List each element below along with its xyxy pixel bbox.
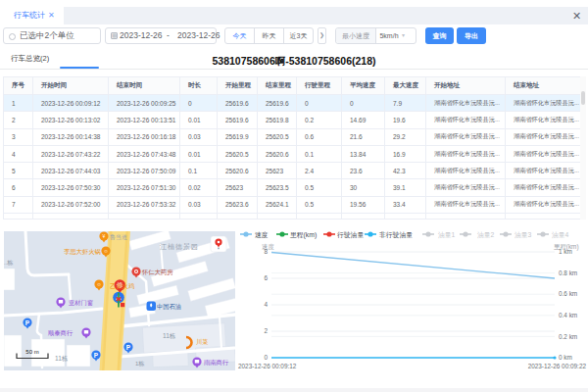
svg-text:油量4: 油量4: [552, 231, 569, 239]
svg-text:油量3: 油量3: [514, 231, 532, 239]
svg-text:¥: ¥: [103, 233, 106, 239]
svg-text:非行驶油量: 非行驶油量: [379, 231, 413, 239]
svg-text:0.8 km: 0.8 km: [559, 270, 577, 276]
svg-text:4: 4: [264, 301, 268, 308]
svg-text:里程(km): 里程(km): [290, 231, 317, 239]
svg-text:0.6 km: 0.6 km: [559, 290, 577, 297]
svg-text:☺: ☺: [96, 281, 101, 287]
svg-text:P: P: [94, 352, 99, 359]
svg-text:P: P: [25, 319, 30, 326]
svg-text:油量2: 油量2: [477, 231, 495, 239]
svg-text:2: 2: [264, 327, 268, 334]
svg-text:速度: 速度: [255, 231, 269, 239]
svg-text:油量1: 油量1: [438, 231, 456, 239]
svg-text:8: 8: [264, 248, 268, 255]
svg-text:0.4 km: 0.4 km: [559, 312, 577, 318]
svg-text:P: P: [126, 344, 131, 351]
svg-text:☺: ☺: [103, 248, 108, 254]
svg-text:0 km: 0 km: [559, 354, 572, 361]
svg-text:6: 6: [264, 274, 268, 281]
svg-text:0: 0: [264, 354, 268, 361]
svg-text:2023-12-26 00:09:22: 2023-12-26 00:09:22: [528, 363, 587, 369]
svg-text:0.2 km: 0.2 km: [559, 333, 577, 340]
svg-text:1 km: 1 km: [559, 248, 572, 255]
svg-text:2023-12-26 00:09:12: 2023-12-26 00:09:12: [238, 363, 297, 369]
svg-text:行驶油量: 行驶油量: [337, 231, 364, 239]
